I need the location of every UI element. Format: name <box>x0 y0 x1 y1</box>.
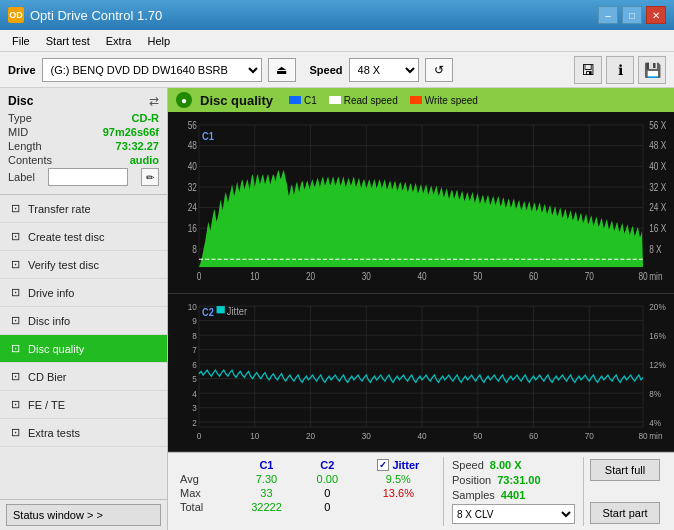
sidebar-item-drive-info[interactable]: ⊡ Drive info <box>0 279 167 307</box>
legend-c1-color <box>289 96 301 104</box>
speed-label: Speed <box>310 64 343 76</box>
legend-write-speed-label: Write speed <box>425 95 478 106</box>
disc-quality-title: Disc quality <box>200 93 273 108</box>
disc-length-label: Length <box>8 140 42 152</box>
svg-text:20: 20 <box>306 271 315 282</box>
sidebar-item-extra-tests[interactable]: ⊡ Extra tests <box>0 419 167 447</box>
avg-c2: 0.00 <box>301 472 354 486</box>
sidebar-item-create-test-disc[interactable]: ⊡ Create test disc <box>0 223 167 251</box>
disc-contents-row: Contents audio <box>8 154 159 166</box>
menu-bar: File Start test Extra Help <box>0 30 674 52</box>
settings-button[interactable]: 🖫 <box>574 56 602 84</box>
total-label: Total <box>176 500 232 514</box>
position-value: 73:31.00 <box>497 474 540 486</box>
legend-read-speed-label: Read speed <box>344 95 398 106</box>
toolbar: Drive (G:) BENQ DVD DD DW1640 BSRB ⏏ Spe… <box>0 52 674 88</box>
avg-jitter: 9.5% <box>354 472 443 486</box>
nav-list: ⊡ Transfer rate ⊡ Create test disc ⊡ Ver… <box>0 195 167 499</box>
drive-info-icon: ⊡ <box>8 286 22 300</box>
disc-label-input[interactable] <box>48 168 128 186</box>
svg-text:30: 30 <box>362 430 371 441</box>
svg-text:70: 70 <box>585 271 594 282</box>
svg-text:2: 2 <box>192 417 197 428</box>
samples-label: Samples <box>452 489 495 501</box>
save-button[interactable]: 💾 <box>638 56 666 84</box>
minimize-button[interactable]: – <box>598 6 618 24</box>
jitter-checkbox[interactable]: ✓ Jitter <box>377 459 419 471</box>
svg-text:40: 40 <box>417 271 426 282</box>
svg-text:4%: 4% <box>649 417 661 428</box>
content-area: ● Disc quality C1 Read speed Write speed <box>168 88 674 530</box>
verify-test-disc-icon: ⊡ <box>8 258 22 272</box>
menu-help[interactable]: Help <box>139 33 178 49</box>
sidebar-item-transfer-rate[interactable]: ⊡ Transfer rate <box>0 195 167 223</box>
max-label: Max <box>176 486 232 500</box>
avg-c1: 7.30 <box>232 472 301 486</box>
disc-mid-label: MID <box>8 126 28 138</box>
nav-label-transfer-rate: Transfer rate <box>28 203 91 215</box>
speed-mode-select[interactable]: 8 X CLV <box>452 504 575 524</box>
sidebar-item-disc-info[interactable]: ⊡ Disc info <box>0 307 167 335</box>
info-button[interactable]: ℹ <box>606 56 634 84</box>
disc-contents-value: audio <box>130 154 159 166</box>
svg-text:32 X: 32 X <box>649 182 667 193</box>
sidebar-item-fe-te[interactable]: ⊡ FE / TE <box>0 391 167 419</box>
svg-text:Jitter: Jitter <box>227 305 248 317</box>
svg-text:20%: 20% <box>649 301 666 312</box>
svg-text:16%: 16% <box>649 330 666 341</box>
svg-text:32: 32 <box>188 182 197 193</box>
cd-bier-icon: ⊡ <box>8 370 22 384</box>
sidebar-item-cd-bier[interactable]: ⊡ CD Bier <box>0 363 167 391</box>
svg-text:60: 60 <box>529 271 538 282</box>
svg-text:9: 9 <box>192 315 197 326</box>
legend-read-speed-color <box>329 96 341 104</box>
max-jitter: 13.6% <box>354 486 443 500</box>
menu-start-test[interactable]: Start test <box>38 33 98 49</box>
sidebar-item-verify-test-disc[interactable]: ⊡ Verify test disc <box>0 251 167 279</box>
disc-quality-header: ● Disc quality C1 Read speed Write speed <box>168 88 674 112</box>
status-window-button[interactable]: Status window > > <box>6 504 161 526</box>
stats-row-total: Total 32222 0 <box>176 500 443 514</box>
disc-label-edit-button[interactable]: ✏ <box>141 168 159 186</box>
drive-select[interactable]: (G:) BENQ DVD DD DW1640 BSRB <box>42 58 262 82</box>
nav-label-cd-bier: CD Bier <box>28 371 67 383</box>
svg-text:70: 70 <box>585 430 594 441</box>
sidebar-item-disc-quality[interactable]: ⊡ Disc quality <box>0 335 167 363</box>
svg-text:C2: C2 <box>202 306 214 318</box>
svg-text:50: 50 <box>473 430 482 441</box>
samples-row: Samples 4401 <box>452 489 575 501</box>
svg-text:0: 0 <box>197 271 202 282</box>
svg-text:40: 40 <box>188 161 197 172</box>
close-button[interactable]: ✕ <box>646 6 666 24</box>
svg-text:8: 8 <box>192 244 197 255</box>
svg-text:50: 50 <box>473 271 482 282</box>
nav-label-create-test-disc: Create test disc <box>28 231 104 243</box>
refresh-button[interactable]: ↺ <box>425 58 453 82</box>
start-full-button[interactable]: Start full <box>590 459 660 481</box>
svg-rect-90 <box>217 306 225 313</box>
maximize-button[interactable]: □ <box>622 6 642 24</box>
svg-text:80: 80 <box>638 271 647 282</box>
menu-extra[interactable]: Extra <box>98 33 140 49</box>
fe-te-icon: ⊡ <box>8 398 22 412</box>
eject-button[interactable]: ⏏ <box>268 58 296 82</box>
speed-select[interactable]: 48 X <box>349 58 419 82</box>
svg-text:3: 3 <box>192 402 197 413</box>
nav-label-fe-te: FE / TE <box>28 399 65 411</box>
disc-mid-row: MID 97m26s66f <box>8 126 159 138</box>
title-bar: OD Opti Drive Control 1.70 – □ ✕ <box>0 0 674 30</box>
svg-text:4: 4 <box>192 388 197 399</box>
disc-panel-toggle[interactable]: ⇄ <box>149 94 159 108</box>
main-area: Disc ⇄ Type CD-R MID 97m26s66f Length 73… <box>0 88 674 530</box>
svg-text:80: 80 <box>638 430 647 441</box>
disc-length-value: 73:32.27 <box>116 140 159 152</box>
speed-label-txt: Speed <box>452 459 484 471</box>
svg-text:8%: 8% <box>649 388 661 399</box>
chart-c1: 56 48 40 32 24 16 8 56 X 48 X 40 X 32 X … <box>168 112 674 294</box>
menu-file[interactable]: File <box>4 33 38 49</box>
app-icon: OD <box>8 7 24 23</box>
speed-stats: Speed 8.00 X Position 73:31.00 Samples 4… <box>443 457 583 526</box>
speed-row: Speed 8.00 X <box>452 459 575 471</box>
start-part-button[interactable]: Start part <box>590 502 660 524</box>
col-jitter: Jitter <box>392 459 419 471</box>
